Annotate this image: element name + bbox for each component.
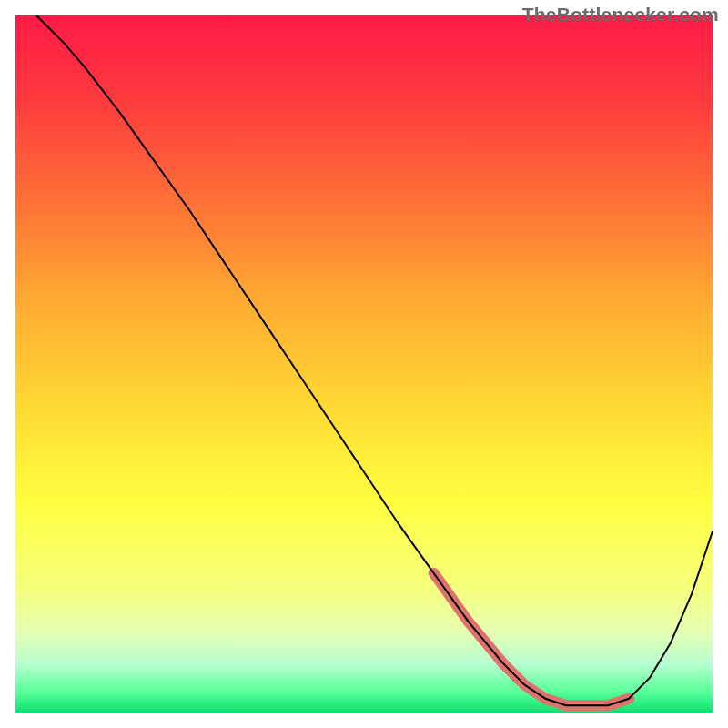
bottleneck-chart (0, 0, 728, 728)
attribution-text: TheBottlenecker.com (522, 4, 719, 25)
chart-background (15, 15, 713, 713)
